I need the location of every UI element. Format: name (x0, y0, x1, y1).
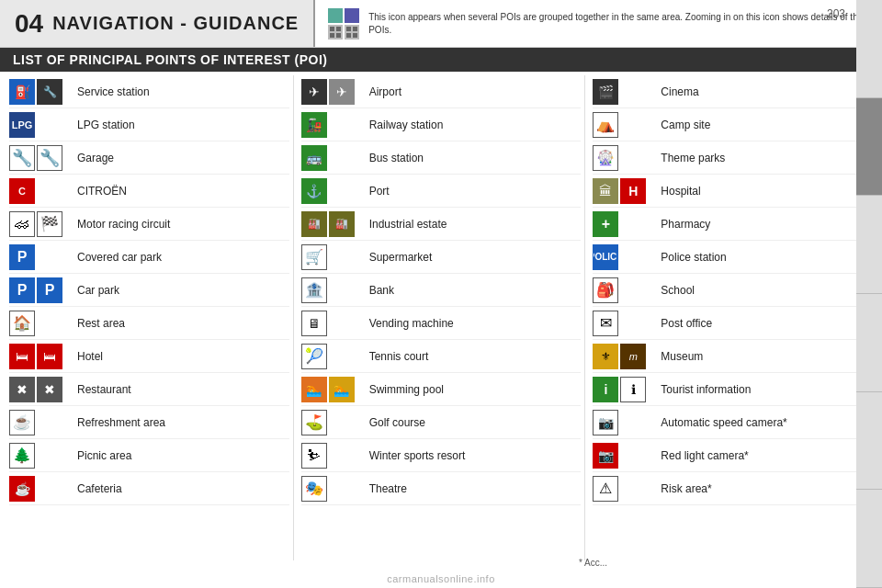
main-content: ⛽ 🔧 Service station LPG LPG station 🔧 🔧 … (0, 72, 882, 564)
side-tab-3[interactable] (856, 196, 882, 294)
list-item: ⛳ Golf course (301, 406, 582, 439)
watermark: carmanualsonline.info (0, 573, 882, 584)
poi-icons: 🏊 🏊 (301, 377, 364, 402)
poi-icon: 🌲 (9, 443, 35, 469)
poi-icons: 🏦 (301, 277, 364, 303)
poi-icon: 🏦 (301, 277, 327, 303)
poi-icons: 🎬 (593, 79, 655, 105)
page-number: 203 (827, 7, 845, 20)
poi-icon: 🏭 (301, 211, 327, 237)
side-tab-1[interactable] (856, 0, 882, 98)
poi-icon: ☕ (9, 410, 35, 435)
list-item: 🏠 Rest area (9, 307, 289, 340)
list-item: i ℹ Tourist information (593, 373, 873, 406)
poi-icons: 🎾 (301, 344, 364, 369)
poi-label: Tourist information (661, 383, 751, 396)
poi-icon: 🏛 (593, 178, 618, 204)
poi-icon: 🖥 (301, 311, 327, 336)
poi-label: LPG station (77, 119, 135, 131)
poi-label: Tennis court (369, 350, 429, 363)
list-item: 🌲 Picnic area (9, 439, 289, 472)
poi-icons: ⚠ (593, 476, 655, 502)
poi-icon: ⛽ (9, 79, 35, 105)
list-item: 🖥 Vending machine (301, 307, 582, 340)
chapter-number: 04 (15, 9, 43, 39)
poi-icons: 🛒 (301, 244, 364, 270)
poi-label: Swimming pool (369, 383, 444, 396)
poi-icon: 🏎 (9, 211, 35, 237)
list-item: ⛷ Winter sports resort (301, 439, 582, 472)
side-tab-5[interactable] (856, 392, 882, 491)
poi-icon: H (620, 178, 646, 204)
poi-label: Pharmacy (661, 218, 710, 231)
poi-icon: 🎒 (593, 277, 618, 303)
list-item: ✉ Post office (593, 307, 873, 340)
list-item: ⚠ Risk area* (593, 472, 873, 505)
poi-icon: 🎬 (593, 79, 618, 105)
poi-icons: 🏛 H (593, 178, 655, 204)
poi-icons: 🛏 🛏 (9, 344, 72, 369)
list-item: ✖ ✖ Restaurant (9, 373, 289, 406)
poi-icons: ⛽ 🔧 (9, 79, 72, 105)
list-item: POLICE Police station (593, 241, 873, 274)
info-icon (328, 8, 359, 40)
poi-icons: LPG (9, 112, 72, 138)
poi-icon: C (9, 178, 35, 204)
poi-icon: 🏁 (37, 211, 62, 237)
list-item: 🏛 H Hospital (593, 175, 873, 208)
list-item: 📷 Red light camera* (593, 439, 873, 472)
poi-icons: ⛺ (593, 112, 655, 138)
poi-label: Post office (661, 317, 712, 330)
poi-icons: ⛷ (301, 443, 364, 469)
poi-label: Risk area* (661, 482, 711, 495)
poi-icon: m (620, 344, 646, 369)
poi-icon: ⚠ (593, 476, 618, 502)
poi-label: Railway station (369, 119, 444, 131)
poi-icon: 🏊 (301, 377, 327, 402)
poi-label: Covered car park (77, 251, 162, 264)
side-tabs (856, 0, 882, 588)
poi-icons: ⚓ (301, 178, 364, 204)
poi-label: Service station (77, 85, 150, 98)
list-item: 🏊 🏊 Swimming pool (301, 373, 582, 406)
list-item: 🏦 Bank (301, 274, 582, 307)
poi-label: Industrial estate (369, 218, 447, 231)
list-item: ⛺ Camp site (593, 108, 873, 141)
side-tab-active[interactable] (856, 98, 882, 197)
poi-label: Bus station (369, 152, 424, 164)
poi-icon: ⛳ (301, 410, 327, 435)
list-item: + Pharmacy (593, 208, 873, 241)
poi-icons: P P (9, 277, 72, 303)
list-item: 🚌 Bus station (301, 141, 582, 175)
poi-icons: 🚂 (301, 112, 364, 138)
chapter-tab: 04 NAVIGATION - GUIDANCE (0, 0, 315, 47)
poi-icon: 🎡 (593, 145, 618, 171)
poi-label: Cinema (661, 85, 698, 98)
poi-label: Supermarket (369, 251, 433, 264)
list-item: C CITROËN (9, 175, 289, 208)
poi-icon: 🚌 (301, 145, 327, 171)
poi-icon: ℹ (620, 377, 646, 402)
poi-icon: ⚜ (593, 344, 618, 369)
poi-label: School (661, 284, 695, 297)
list-item: 🛏 🛏 Hotel (9, 340, 289, 373)
poi-icons: 🎭 (301, 476, 364, 502)
list-item: P P Car park (9, 274, 289, 307)
poi-label: Police station (661, 251, 726, 264)
poi-label: Hotel (77, 350, 103, 363)
poi-label: Red light camera* (661, 449, 748, 462)
poi-icon: ⚓ (301, 178, 327, 204)
poi-icons: ✖ ✖ (9, 377, 72, 402)
list-item: ✈ ✈ Airport (301, 75, 582, 108)
poi-icon: 🛏 (9, 344, 35, 369)
info-box: This icon appears when several POIs are … (315, 0, 882, 47)
poi-icons: ☕ (9, 476, 72, 502)
poi-label: Automatic speed camera* (661, 416, 786, 429)
poi-icon: 🏊 (329, 377, 355, 402)
poi-icon: 🏠 (9, 311, 35, 336)
poi-label: Vending machine (369, 317, 454, 330)
list-item: 🏎 🏁 Motor racing circuit (9, 208, 289, 241)
poi-icons: ⛳ (301, 410, 364, 435)
poi-icons: 🏠 (9, 311, 72, 336)
side-tab-4[interactable] (856, 294, 882, 392)
